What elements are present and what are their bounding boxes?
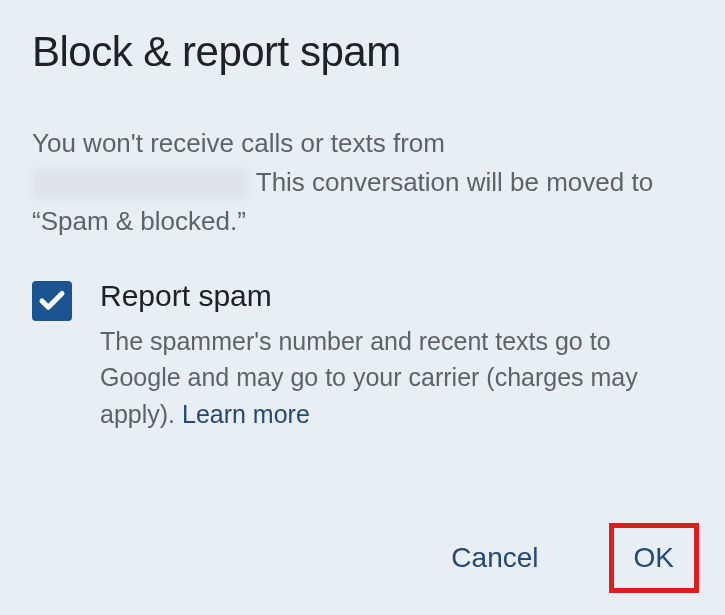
report-spam-option: Report spam The spammer's number and rec…	[32, 279, 693, 432]
dialog-actions: Cancel OK	[429, 523, 699, 593]
ok-button[interactable]: OK	[614, 528, 694, 588]
learn-more-link[interactable]: Learn more	[182, 400, 310, 428]
checkbox-content: Report spam The spammer's number and rec…	[100, 279, 693, 432]
report-spam-checkbox[interactable]	[32, 281, 72, 321]
cancel-button[interactable]: Cancel	[429, 528, 560, 588]
checkbox-description-text: The spammer's number and recent texts go…	[100, 327, 638, 428]
ok-button-highlight: OK	[609, 523, 699, 593]
description-text-before: You won't receive calls or texts from	[32, 128, 445, 158]
checkmark-icon	[37, 286, 67, 316]
report-spam-label: Report spam	[100, 279, 693, 313]
redacted-phone-number	[32, 169, 247, 199]
report-spam-description: The spammer's number and recent texts go…	[100, 323, 693, 432]
dialog-description: You won't receive calls or texts from Th…	[32, 124, 693, 241]
dialog-title: Block & report spam	[32, 28, 693, 76]
